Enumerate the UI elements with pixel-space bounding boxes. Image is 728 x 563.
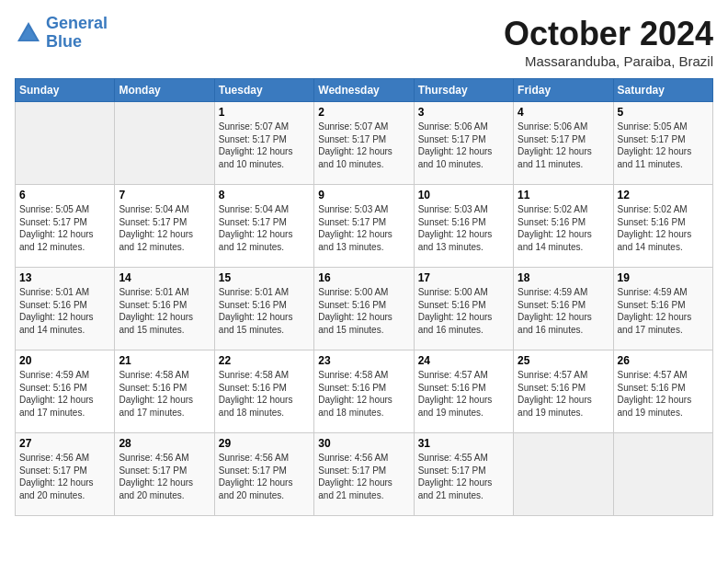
day-info: Sunrise: 5:04 AMSunset: 5:17 PMDaylight:… [219,203,310,253]
day-info: Sunrise: 4:58 AMSunset: 5:16 PMDaylight:… [318,369,409,419]
day-info: Sunrise: 4:56 AMSunset: 5:17 PMDaylight:… [219,452,310,501]
weekday-header-wednesday: Wednesday [314,79,414,102]
calendar-week-4: 20Sunrise: 4:59 AMSunset: 5:16 PMDayligh… [16,350,713,433]
day-number: 25 [518,354,609,367]
day-info: Sunrise: 5:03 AMSunset: 5:16 PMDaylight:… [418,203,509,253]
logo-text: General Blue [46,15,108,52]
calendar-cell: 5Sunrise: 5:05 AMSunset: 5:17 PMDaylight… [613,102,712,185]
calendar-header: SundayMondayTuesdayWednesdayThursdayFrid… [16,79,713,102]
day-number: 1 [219,106,310,119]
day-number: 3 [418,106,509,119]
day-info: Sunrise: 5:01 AMSunset: 5:16 PMDaylight:… [219,286,310,336]
day-info: Sunrise: 5:05 AMSunset: 5:17 PMDaylight:… [19,203,110,253]
day-number: 20 [19,354,110,367]
calendar-cell: 20Sunrise: 4:59 AMSunset: 5:16 PMDayligh… [16,350,115,433]
calendar-cell: 24Sunrise: 4:57 AMSunset: 5:16 PMDayligh… [414,350,513,433]
day-number: 18 [518,271,609,284]
day-number: 11 [518,189,609,201]
day-number: 27 [19,437,110,450]
weekday-header-friday: Friday [514,79,613,102]
day-number: 29 [219,437,310,450]
calendar-cell: 7Sunrise: 5:04 AMSunset: 5:17 PMDaylight… [115,185,214,268]
calendar-cell: 25Sunrise: 4:57 AMSunset: 5:16 PMDayligh… [514,350,613,433]
day-number: 5 [618,106,709,119]
day-info: Sunrise: 4:59 AMSunset: 5:16 PMDaylight:… [19,369,110,419]
day-number: 16 [318,271,409,284]
logo-icon [15,19,42,47]
day-info: Sunrise: 5:01 AMSunset: 5:16 PMDaylight:… [119,286,210,336]
weekday-header-saturday: Saturday [613,79,712,102]
day-info: Sunrise: 5:02 AMSunset: 5:16 PMDaylight:… [618,203,709,253]
calendar-cell: 30Sunrise: 4:56 AMSunset: 5:17 PMDayligh… [314,433,414,516]
calendar-cell: 28Sunrise: 4:56 AMSunset: 5:17 PMDayligh… [115,433,214,516]
calendar-week-5: 27Sunrise: 4:56 AMSunset: 5:17 PMDayligh… [16,433,713,516]
day-number: 13 [19,271,110,284]
calendar-cell: 9Sunrise: 5:03 AMSunset: 5:17 PMDaylight… [314,185,414,268]
day-info: Sunrise: 5:01 AMSunset: 5:16 PMDaylight:… [19,286,110,336]
calendar-cell: 21Sunrise: 4:58 AMSunset: 5:16 PMDayligh… [115,350,214,433]
day-number: 26 [618,354,709,367]
day-number: 28 [119,437,210,450]
location-subtitle: Massaranduba, Paraiba, Brazil [504,53,713,69]
calendar-cell [16,102,115,185]
weekday-row: SundayMondayTuesdayWednesdayThursdayFrid… [16,79,713,102]
day-number: 31 [418,437,509,450]
day-number: 9 [318,189,409,201]
day-number: 30 [318,437,409,450]
calendar-cell: 2Sunrise: 5:07 AMSunset: 5:17 PMDaylight… [314,102,414,185]
day-info: Sunrise: 5:06 AMSunset: 5:17 PMDaylight:… [418,121,509,170]
logo-general: General [46,14,108,32]
calendar-cell: 14Sunrise: 5:01 AMSunset: 5:16 PMDayligh… [115,268,214,350]
day-info: Sunrise: 4:56 AMSunset: 5:17 PMDaylight:… [119,452,210,501]
day-info: Sunrise: 4:58 AMSunset: 5:16 PMDaylight:… [219,369,310,419]
day-info: Sunrise: 5:04 AMSunset: 5:17 PMDaylight:… [119,203,210,253]
day-number: 24 [418,354,509,367]
calendar-cell: 16Sunrise: 5:00 AMSunset: 5:16 PMDayligh… [314,268,414,350]
day-info: Sunrise: 5:06 AMSunset: 5:17 PMDaylight:… [518,121,609,170]
calendar-week-2: 6Sunrise: 5:05 AMSunset: 5:17 PMDaylight… [16,185,713,268]
calendar-cell: 3Sunrise: 5:06 AMSunset: 5:17 PMDaylight… [414,102,513,185]
calendar-cell: 31Sunrise: 4:55 AMSunset: 5:17 PMDayligh… [414,433,513,516]
calendar-cell: 27Sunrise: 4:56 AMSunset: 5:17 PMDayligh… [16,433,115,516]
calendar-cell: 6Sunrise: 5:05 AMSunset: 5:17 PMDaylight… [16,185,115,268]
logo: General Blue [15,15,108,52]
day-info: Sunrise: 4:57 AMSunset: 5:16 PMDaylight:… [518,369,609,419]
day-info: Sunrise: 4:56 AMSunset: 5:17 PMDaylight:… [318,452,409,501]
day-number: 7 [119,189,210,201]
day-number: 14 [119,271,210,284]
day-number: 10 [418,189,509,201]
calendar-body: 1Sunrise: 5:07 AMSunset: 5:17 PMDaylight… [16,102,713,516]
calendar-cell: 12Sunrise: 5:02 AMSunset: 5:16 PMDayligh… [613,185,712,268]
day-number: 21 [119,354,210,367]
month-title: October 2024 [504,15,713,53]
calendar-cell: 29Sunrise: 4:56 AMSunset: 5:17 PMDayligh… [214,433,313,516]
day-number: 23 [318,354,409,367]
calendar-cell [613,433,712,516]
day-number: 17 [418,271,509,284]
day-info: Sunrise: 4:58 AMSunset: 5:16 PMDaylight:… [119,369,210,419]
day-number: 15 [219,271,310,284]
calendar-cell: 26Sunrise: 4:57 AMSunset: 5:16 PMDayligh… [613,350,712,433]
calendar-cell: 19Sunrise: 4:59 AMSunset: 5:16 PMDayligh… [613,268,712,350]
day-info: Sunrise: 4:56 AMSunset: 5:17 PMDaylight:… [19,452,110,501]
page-header: General Blue October 2024 Massaranduba, … [15,15,713,69]
weekday-header-sunday: Sunday [16,79,115,102]
calendar-week-1: 1Sunrise: 5:07 AMSunset: 5:17 PMDaylight… [16,102,713,185]
day-number: 12 [618,189,709,201]
day-number: 22 [219,354,310,367]
weekday-header-monday: Monday [115,79,214,102]
day-info: Sunrise: 4:59 AMSunset: 5:16 PMDaylight:… [518,286,609,336]
day-number: 4 [518,106,609,119]
day-info: Sunrise: 5:07 AMSunset: 5:17 PMDaylight:… [318,121,409,170]
calendar-cell: 8Sunrise: 5:04 AMSunset: 5:17 PMDaylight… [214,185,313,268]
calendar-cell: 4Sunrise: 5:06 AMSunset: 5:17 PMDaylight… [514,102,613,185]
calendar-cell: 17Sunrise: 5:00 AMSunset: 5:16 PMDayligh… [414,268,513,350]
calendar-cell: 22Sunrise: 4:58 AMSunset: 5:16 PMDayligh… [214,350,313,433]
calendar-cell [115,102,214,185]
day-number: 6 [19,189,110,201]
day-info: Sunrise: 5:00 AMSunset: 5:16 PMDaylight:… [318,286,409,336]
calendar-cell: 23Sunrise: 4:58 AMSunset: 5:16 PMDayligh… [314,350,414,433]
calendar-week-3: 13Sunrise: 5:01 AMSunset: 5:16 PMDayligh… [16,268,713,350]
day-number: 2 [318,106,409,119]
day-info: Sunrise: 5:03 AMSunset: 5:17 PMDaylight:… [318,203,409,253]
